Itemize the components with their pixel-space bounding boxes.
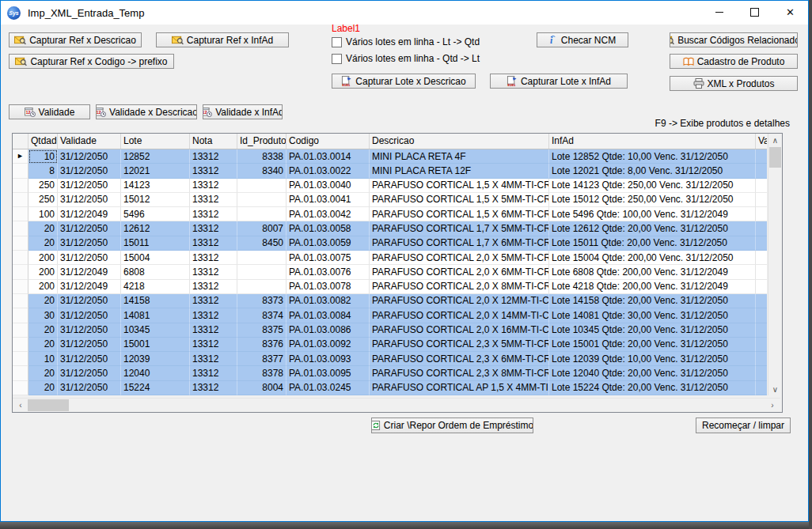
cell-codigo[interactable]: PA.01.03.0076 — [286, 265, 370, 279]
cell-codigo[interactable]: PA.01.03.0093 — [286, 352, 370, 366]
cell-qtdade[interactable]: 200 — [28, 280, 58, 294]
cell-id_produto[interactable]: 8004 — [237, 381, 286, 395]
column-header-validade[interactable]: Validade — [58, 134, 121, 149]
validade-x-infad-button[interactable]: 12 Validade x InfAd — [203, 104, 283, 119]
cell-va[interactable] — [756, 179, 767, 193]
table-row[interactable]: 2031/12/205015011133128450PA.01.03.0059P… — [13, 236, 767, 251]
cell-id_produto[interactable]: 8376 — [237, 338, 286, 352]
cell-lote[interactable]: 15012 — [121, 193, 190, 207]
cell-indicator[interactable] — [13, 352, 28, 366]
recomecar-limpar-button[interactable]: Recomeçar / limpar — [696, 418, 791, 433]
cell-va[interactable] — [756, 366, 767, 380]
cell-validade[interactable]: 31/12/2050 — [58, 149, 121, 164]
table-row[interactable]: 831/12/205012021133128340PA.01.03.0022MI… — [13, 164, 767, 178]
cell-id_produto[interactable] — [237, 179, 286, 193]
checkbox-box[interactable] — [332, 54, 342, 64]
checkbox-varios-lotes-lt-qtd[interactable]: Vários lotes em linha - Lt -> Qtd — [332, 36, 480, 47]
cell-codigo[interactable]: PA.01.03.0245 — [286, 381, 370, 395]
cell-indicator[interactable] — [13, 265, 28, 279]
cell-id_produto[interactable]: 8340 — [237, 164, 286, 178]
cell-validade[interactable]: 31/12/2050 — [58, 366, 121, 380]
xml-x-produtos-button[interactable]: XML x Produtos — [670, 76, 798, 91]
cell-indicator[interactable] — [13, 366, 28, 380]
cell-nota[interactable]: 13312 — [190, 207, 237, 221]
column-header-id-produto[interactable]: Id_Produto — [237, 134, 286, 149]
cell-id_produto[interactable]: 8373 — [237, 294, 286, 308]
cell-infad[interactable]: Lote 15004 Qtde: 200,00 Venc. 31/12/2050 — [549, 251, 756, 265]
horizontal-scrollbar[interactable]: ‹ › — [13, 398, 780, 412]
cell-qtdade[interactable]: 20 — [28, 236, 58, 251]
cell-indicator[interactable] — [13, 381, 28, 395]
cell-validade[interactable]: 31/12/2050 — [58, 338, 121, 352]
column-header-nota[interactable]: Nota — [190, 134, 237, 149]
cell-infad[interactable]: Lote 15011 Qtde: 20,00 Venc. 31/12/2050 — [549, 236, 756, 251]
cell-indicator[interactable] — [13, 164, 28, 178]
table-row[interactable]: 2031/12/205010345133128375PA.01.03.0086P… — [13, 323, 767, 338]
capturar-lote-infad-button[interactable]: 0101 Capturar Lote x InfAd — [490, 74, 628, 89]
cell-indicator[interactable] — [13, 294, 28, 308]
cell-indicator[interactable] — [13, 280, 28, 294]
cell-nota[interactable]: 13312 — [190, 366, 237, 380]
cell-id_produto[interactable]: 8338 — [237, 149, 286, 164]
cell-nota[interactable]: 13312 — [190, 236, 237, 251]
cell-va[interactable] — [756, 149, 767, 164]
cell-indicator[interactable] — [13, 236, 28, 251]
cell-descricao[interactable]: PARAFUSO CORTICAL 2,3 X 6MM-TI-CROSS-DRI… — [370, 352, 549, 366]
table-row[interactable]: ►1031/12/205012852133128338PA.01.03.0014… — [13, 149, 767, 164]
cell-lote[interactable]: 6808 — [121, 265, 190, 279]
cell-infad[interactable]: Lote 15001 Qtde: 20,00 Venc. 31/12/2050 — [549, 338, 756, 352]
cell-infad[interactable]: Lote 10345 Qtde: 20,00 Venc. 31/12/2050 — [549, 323, 756, 338]
column-header-qtdade[interactable]: Qtdade — [28, 134, 58, 149]
cell-id_produto[interactable]: 8450 — [237, 236, 286, 251]
cell-nota[interactable]: 13312 — [190, 265, 237, 279]
cell-indicator[interactable] — [13, 308, 28, 323]
maximize-button[interactable] — [737, 1, 772, 24]
cell-qtdade[interactable]: 10 — [28, 352, 58, 366]
minimize-button[interactable] — [701, 1, 737, 24]
cell-validade[interactable]: 31/12/2050 — [58, 323, 121, 338]
table-row[interactable]: 2031/12/205014158133128373PA.01.03.0082P… — [13, 294, 767, 308]
cell-lote[interactable]: 12021 — [121, 164, 190, 178]
cell-infad[interactable]: Lote 14123 Qtde: 250,00 Venc. 31/12/2050 — [549, 179, 756, 193]
cell-validade[interactable]: 31/12/2050 — [58, 193, 121, 207]
cell-id_produto[interactable]: 8375 — [237, 323, 286, 338]
cell-codigo[interactable]: PA.01.03.0040 — [286, 179, 370, 193]
cell-va[interactable] — [756, 338, 767, 352]
cell-indicator[interactable] — [13, 338, 28, 352]
cell-id_produto[interactable]: 8377 — [237, 352, 286, 366]
cell-qtdade[interactable]: 100 — [28, 207, 58, 221]
cell-descricao[interactable]: PARAFUSO CORTICAL 1,5 X 5MM-TI-CROSS-DRI… — [370, 193, 549, 207]
cell-va[interactable] — [756, 352, 767, 366]
cell-lote[interactable]: 10345 — [121, 323, 190, 338]
cell-codigo[interactable]: PA.01.03.0082 — [286, 294, 370, 308]
cell-id_produto[interactable] — [237, 193, 286, 207]
vertical-scrollbar[interactable]: ∧ ∨ — [768, 134, 782, 395]
cell-lote[interactable]: 14081 — [121, 308, 190, 323]
column-header-va[interactable]: Va — [756, 134, 767, 149]
cell-indicator[interactable] — [13, 179, 28, 193]
cell-qtdade[interactable]: 20 — [28, 294, 58, 308]
cell-va[interactable] — [756, 164, 767, 178]
cell-infad[interactable]: Lote 12612 Qtde: 20,00 Venc. 31/12/2050 — [549, 221, 756, 236]
cell-infad[interactable]: Lote 5496 Qtde: 100,00 Venc. 31/12/2049 — [549, 207, 756, 221]
cell-validade[interactable]: 31/12/2049 — [58, 265, 121, 279]
table-row[interactable]: 2031/12/205015224133128004PA.01.03.0245P… — [13, 381, 767, 395]
scroll-down-icon[interactable]: ∨ — [768, 383, 782, 395]
cell-descricao[interactable]: PARAFUSO CORTICAL 2,0 X 12MM-TI-CROSS-DR… — [370, 294, 549, 308]
horizontal-scroll-thumb[interactable] — [28, 399, 69, 411]
cell-va[interactable] — [756, 193, 767, 207]
cell-va[interactable] — [756, 221, 767, 236]
cell-descricao[interactable]: PARAFUSO CORTICAL 1,7 X 6MM-TI-CROSS-DRI… — [370, 236, 549, 251]
cell-va[interactable] — [756, 251, 767, 265]
cell-descricao[interactable]: PARAFUSO CORTICAL 1,5 X 6MM-TI-CROSS-DRI… — [370, 207, 549, 221]
cell-id_produto[interactable]: 8007 — [237, 221, 286, 236]
cell-descricao[interactable]: PARAFUSO CORTICAL 1,5 X 4MM-TI-CROSS-DRI… — [370, 179, 549, 193]
cell-descricao[interactable]: PARAFUSO CORTICAL AP 1,5 X 4MM-TI-CROSS-… — [370, 381, 549, 395]
cell-va[interactable] — [756, 323, 767, 338]
cell-descricao[interactable]: PARAFUSO CORTICAL 2,0 X 8MM-TI-CROSS-DRI… — [370, 280, 549, 294]
cell-qtdade[interactable]: 8 — [28, 164, 58, 178]
cell-codigo[interactable]: PA.01.03.0092 — [286, 338, 370, 352]
cell-va[interactable] — [756, 280, 767, 294]
table-row[interactable]: 20031/12/2049680813312PA.01.03.0076PARAF… — [13, 265, 767, 279]
cell-indicator[interactable] — [13, 251, 28, 265]
